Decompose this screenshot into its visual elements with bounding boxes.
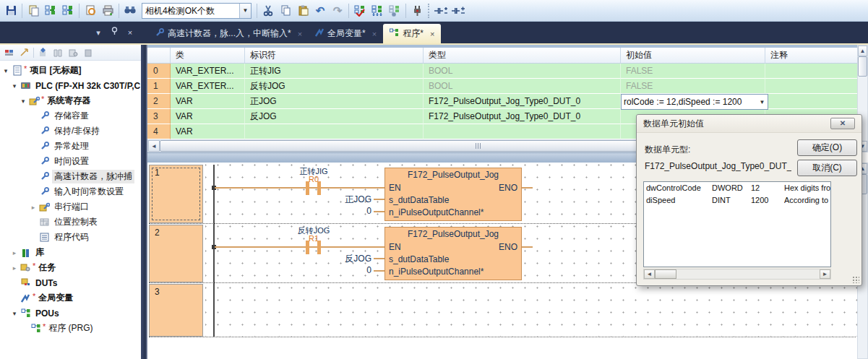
cell-type[interactable] <box>424 124 621 139</box>
cut-icon[interactable] <box>259 2 277 20</box>
paste-icon[interactable] <box>294 2 311 20</box>
close-icon[interactable]: × <box>430 30 434 38</box>
close-icon[interactable]: × <box>372 30 377 38</box>
add-library-icon[interactable] <box>36 46 49 59</box>
export-icon[interactable] <box>18 46 31 59</box>
rung-number-3[interactable]: 3 <box>149 284 203 337</box>
row-number[interactable]: 3 <box>147 109 171 124</box>
tree-item-hold[interactable]: 保持/非保持 <box>0 124 141 139</box>
pin-icon[interactable] <box>108 27 120 38</box>
locked-book-icon[interactable] <box>66 46 80 59</box>
cell-class[interactable]: VAR <box>171 109 245 124</box>
upload-plc-icon[interactable] <box>59 2 77 20</box>
fb-argument[interactable]: 正JOG <box>303 194 371 206</box>
cell-comment[interactable] <box>765 64 857 79</box>
tree-item-tasks[interactable]: ▸ * 任务 <box>0 260 141 275</box>
cell-class[interactable]: VAR_EXTER... <box>171 79 245 94</box>
search-combobox[interactable]: 相机4检测OK个数 ▼ <box>142 3 252 19</box>
cell-initial[interactable]: FALSE <box>621 79 765 94</box>
row-number[interactable]: 2 <box>147 94 171 109</box>
tab-hsc-settings[interactable]: 高速计数器，脉...入，中断输入* × <box>148 24 309 43</box>
function-block[interactable]: F172_PulseOutput_Jog ENENO s_dutDataTabl… <box>384 168 522 221</box>
scroll-right-icon[interactable]: ► <box>820 269 830 279</box>
cell-type[interactable]: F172_PulseOutput_Jog_Type0_DUT_0 <box>424 94 621 109</box>
close-icon[interactable]: × <box>124 27 136 38</box>
fb-argument[interactable]: 0 <box>303 265 371 275</box>
cell-identifier[interactable]: 反JOG <box>245 109 424 124</box>
row-number[interactable]: 0 <box>147 64 171 79</box>
close-icon[interactable]: ✕ <box>830 118 855 129</box>
tree-item-program-prg[interactable]: * 程序 (PRG) <box>0 321 141 336</box>
dropdown-value[interactable]: rolCode := 12,diSpeed := 1200 <box>622 95 757 109</box>
header-initial[interactable]: 初始值 <box>621 48 765 63</box>
cancel-button[interactable]: 取消(C) <box>797 160 857 176</box>
search-combobox-value[interactable]: 相机4检测OK个数 <box>142 4 239 18</box>
chevron-down-icon[interactable]: ▼ <box>757 95 768 109</box>
tree-item-project[interactable]: ▾ * 项目 [无标题] <box>0 63 141 78</box>
cell-class[interactable]: VAR <box>171 94 245 109</box>
scroll-up-icon[interactable]: ▲ <box>858 46 867 56</box>
header-identifier[interactable]: 标识符 <box>245 48 424 63</box>
copy-page-icon[interactable] <box>25 2 42 20</box>
row-number[interactable]: 1 <box>147 79 171 94</box>
contact-insert-icon[interactable] <box>432 2 450 20</box>
cell-identifier[interactable]: 正转JIG <box>245 64 424 79</box>
tree-item-input-const[interactable]: 输入时间常数设置 <box>0 184 141 199</box>
scroll-left-icon[interactable]: ◄ <box>148 140 160 152</box>
tree-item-storage[interactable]: 存储容量 <box>0 108 141 124</box>
rung-number-2[interactable]: 2 <box>149 225 203 282</box>
cell-type[interactable]: BOOL <box>424 64 621 79</box>
panel-splitter[interactable] <box>141 45 147 359</box>
undo-icon[interactable]: ↶ <box>311 2 329 20</box>
cell-comment[interactable] <box>765 79 857 94</box>
find-icon[interactable] <box>121 2 139 20</box>
cell-identifier[interactable]: 正JOG <box>245 94 424 109</box>
print-preview-icon[interactable] <box>82 2 99 20</box>
check-all-icon[interactable] <box>369 2 386 20</box>
function-block[interactable]: F172_PulseOutput_Jog ENENO s_dutDataTabl… <box>384 227 522 280</box>
ok-button[interactable]: 确定(O) <box>797 139 857 156</box>
chevron-down-icon[interactable]: ▾ <box>93 27 104 38</box>
chevron-down-icon[interactable]: ▼ <box>239 4 251 18</box>
print-icon[interactable] <box>99 2 116 20</box>
open-book-icon[interactable] <box>51 46 64 59</box>
save-icon[interactable] <box>2 2 20 20</box>
tree-item-hsc[interactable]: 高速计数器，脉冲捕 <box>0 169 141 184</box>
cell-class[interactable]: VAR <box>171 124 245 139</box>
cell-type[interactable]: F172_PulseOutput_Jog_Type0_DUT_0 <box>424 109 621 124</box>
tree-item-error[interactable]: 异常处理 <box>0 139 141 154</box>
cell-class[interactable]: VAR_EXTER... <box>171 64 245 79</box>
tree-item-pous[interactable]: ▾ POUs <box>0 306 141 321</box>
cell-type[interactable]: BOOL <box>424 79 621 94</box>
fb-argument[interactable]: 0 <box>303 206 371 216</box>
tab-program[interactable]: 程序* × <box>383 24 441 43</box>
dialog-horizontal-scrollbar[interactable]: ◄ ► <box>643 269 831 280</box>
list-item[interactable]: dwControlCode DWORD 12 Hex digits from l… <box>644 182 830 194</box>
check-program-icon[interactable] <box>351 2 369 20</box>
contact-append-icon[interactable] <box>450 2 467 20</box>
tree-item-duts[interactable]: DUTs <box>0 275 141 290</box>
list-item[interactable]: diSpeed DINT 1200 According to frec <box>644 194 830 207</box>
scroll-left-icon[interactable]: ◄ <box>644 269 655 279</box>
fb-argument[interactable]: 反JOG <box>303 253 371 265</box>
close-icon[interactable]: × <box>298 30 302 38</box>
header-class[interactable]: 类 <box>171 48 245 63</box>
tree-item-plc[interactable]: ▾ PLC (FP-XH 32k C30T/P,C <box>0 78 141 93</box>
header-type[interactable]: 类型 <box>424 48 621 63</box>
resize-grip[interactable] <box>852 276 859 283</box>
tab-global-vars[interactable]: 全局变量* × <box>309 24 383 43</box>
redo-icon[interactable]: ↷ <box>329 2 346 20</box>
tree-item-position-table[interactable]: 位置控制表 <box>0 215 141 230</box>
tree-item-global-vars[interactable]: * 全局变量 <box>0 290 141 306</box>
scrollbar-thumb[interactable] <box>655 269 676 279</box>
copy-icon[interactable] <box>277 2 294 20</box>
row-number[interactable]: 4 <box>147 124 171 139</box>
tree-item-program-code[interactable]: 程序代码 <box>0 230 141 245</box>
initial-value-dropdown[interactable]: rolCode := 12,diSpeed := 1200 ▼ <box>621 94 768 110</box>
header-comment[interactable]: 注释 <box>765 48 857 63</box>
tree-item-time[interactable]: 时间设置 <box>0 154 141 169</box>
cell-initial[interactable]: FALSE <box>621 64 765 79</box>
scrollbar-thumb[interactable] <box>858 56 867 77</box>
check-totalize-icon[interactable] <box>386 2 403 20</box>
download-plc-icon[interactable] <box>42 2 59 20</box>
